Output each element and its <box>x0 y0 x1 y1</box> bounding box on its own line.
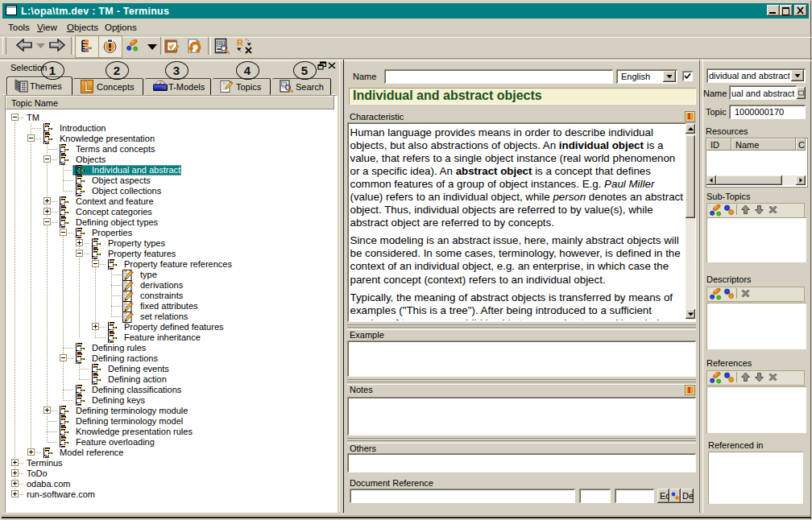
svg-text:I: I <box>687 112 690 121</box>
svg-text:R: R <box>237 38 243 47</box>
svg-text:I: I <box>687 386 690 394</box>
